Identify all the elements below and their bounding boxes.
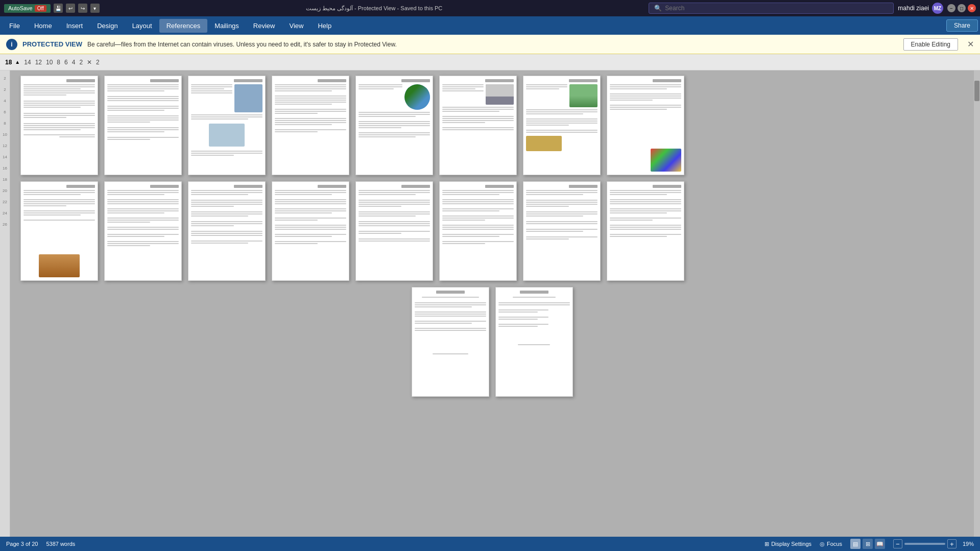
zoom-controls: − + 19% [893,539,974,548]
ruler-22: 22 [0,196,10,207]
statusbar-left: Page 3 of 20 5387 words [6,541,75,547]
ruler-8: 8 [0,117,10,129]
view-buttons: ▤ ⊞ 📖 [850,539,885,549]
user-info: mahdi ziaei MZ [898,3,943,14]
window-controls: − □ ✕ [947,4,976,12]
zoom-close-icon[interactable]: ✕ [86,59,93,66]
close-button[interactable]: ✕ [968,4,976,12]
status-bar: Page 3 of 20 5387 words ⊞ Display Settin… [0,537,980,551]
save-icon[interactable]: 💾 [54,4,63,13]
page-thumb-16[interactable] [607,181,684,281]
page-thumb-4[interactable] [272,76,349,175]
page-thumb-11[interactable] [188,181,266,281]
display-settings-icon: ⊞ [764,541,769,547]
left-ruler: 2 2 4 6 8 10 12 14 16 18 20 22 24 26 [0,70,10,537]
page-thumb-9[interactable] [20,181,98,281]
autosave-state: Off [35,5,46,12]
menu-view[interactable]: View [282,19,310,33]
zoom-bar: 18 ▲ 14 12 10 8 6 4 2 ✕ 2 [0,54,980,70]
more-icon[interactable]: ▾ [90,4,100,13]
title-bar: AutoSave Off 💾 ↩ ↪ ▾ آلودگی محیط زیست - … [0,0,980,16]
protected-view-bar: i PROTECTED VIEW Be careful—files from t… [0,35,980,54]
zoom-level-14[interactable]: 14 [23,59,32,66]
ruler-12: 12 [0,140,10,151]
page-thumb-5[interactable] [355,76,433,175]
focus-label: Focus [827,541,842,547]
search-input[interactable] [665,5,869,12]
ruler-10: 10 [0,129,10,140]
zoom-current: 18 [5,59,12,66]
redo-icon[interactable]: ↪ [78,4,87,13]
protected-label: PROTECTED VIEW [22,40,82,48]
protected-bar-close[interactable]: ✕ [967,39,974,49]
page-thumb-2[interactable] [104,76,182,175]
zoom-level-12[interactable]: 12 [34,59,43,66]
titlebar-center: آلودگی محیط زیست - Protected View - Save… [100,5,649,12]
page-thumb-15[interactable] [523,181,601,281]
web-layout-button[interactable]: ⊞ [863,539,873,549]
user-initials: MZ [934,6,941,11]
zoom-level-2b[interactable]: 2 [95,59,101,66]
menu-insert[interactable]: Insert [59,19,90,33]
ruler-4: 4 [0,95,10,106]
ruler-14: 14 [0,151,10,162]
zoom-slider[interactable] [904,543,945,545]
zoom-level-4[interactable]: 4 [71,59,77,66]
titlebar-left: AutoSave Off 💾 ↩ ↪ ▾ [4,4,100,13]
print-layout-button[interactable]: ▤ [850,539,861,549]
protected-icon: i [6,39,17,50]
focus-icon: ◎ [820,541,825,547]
page-thumb-6[interactable] [439,76,517,175]
page-thumb-17[interactable] [412,287,489,397]
minimize-button[interactable]: − [947,4,955,12]
page-thumb-1[interactable] [20,76,98,175]
enable-editing-button[interactable]: Enable Editing [903,38,958,51]
page-row-2 [20,181,964,281]
menu-layout[interactable]: Layout [125,19,159,33]
menu-help[interactable]: Help [310,19,339,33]
protected-message: Be careful—files from the Internet can c… [87,41,898,48]
page-thumb-13[interactable] [355,181,433,281]
search-bar[interactable]: 🔍 [649,3,894,14]
menu-references[interactable]: References [159,19,207,33]
page-thumb-3[interactable] [188,76,266,175]
menu-home[interactable]: Home [27,19,59,33]
undo-icon[interactable]: ↩ [66,4,75,13]
user-avatar[interactable]: MZ [932,3,943,14]
menu-mailings[interactable]: Mailings [207,19,246,33]
zoom-level-6[interactable]: 6 [63,59,69,66]
page-thumb-18[interactable] [495,287,573,397]
page-thumb-14[interactable] [439,181,517,281]
ruler-20: 20 [0,185,10,196]
display-settings-button[interactable]: ⊞ Display Settings [764,541,811,547]
scrollbar[interactable] [974,70,980,537]
menu-design[interactable]: Design [90,19,125,33]
main-area: 2 2 4 6 8 10 12 14 16 18 20 22 24 26 [0,70,980,537]
zoom-in-button[interactable]: + [947,539,957,548]
page-thumb-8[interactable] [607,76,684,175]
statusbar-right: ⊞ Display Settings ◎ Focus ▤ ⊞ 📖 − + 19% [764,539,974,549]
focus-button[interactable]: ◎ Focus [820,541,842,547]
page-thumb-10[interactable] [104,181,182,281]
menu-file[interactable]: File [2,19,27,33]
autosave-button[interactable]: AutoSave Off [4,4,51,13]
read-mode-button[interactable]: 📖 [875,539,885,549]
user-name: mahdi ziaei [898,5,929,12]
share-button[interactable]: Share [946,19,978,32]
menu-review[interactable]: Review [246,19,282,33]
page-info: Page 3 of 20 [6,541,38,547]
page-thumb-7[interactable] [523,76,601,175]
titlebar-right: 🔍 mahdi ziaei MZ − □ ✕ [649,3,976,14]
thumbnail-area[interactable] [10,70,974,537]
autosave-label: AutoSave [8,5,33,11]
zoom-triangle-icon: ▲ [15,59,20,65]
zoom-level-2[interactable]: 2 [78,59,84,66]
zoom-level-8[interactable]: 8 [56,59,61,66]
word-count: 5387 words [46,541,75,547]
ruler-26: 26 [0,219,10,230]
menu-bar: File Home Insert Design Layout Reference… [0,16,980,35]
page-thumb-12[interactable] [272,181,349,281]
zoom-out-button[interactable]: − [893,539,902,548]
maximize-button[interactable]: □ [958,4,966,12]
zoom-level-10[interactable]: 10 [45,59,54,66]
